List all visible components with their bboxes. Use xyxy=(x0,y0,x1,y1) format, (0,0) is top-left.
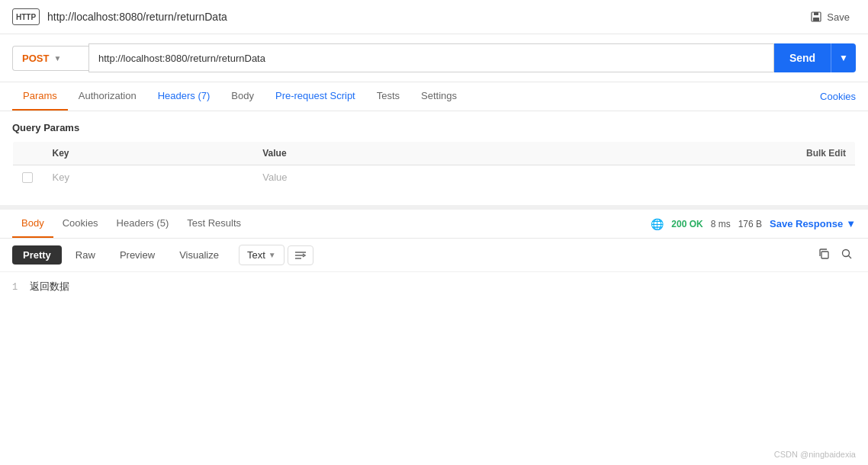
resp-tab-cookies[interactable]: Cookies xyxy=(53,210,108,238)
request-tabs: Params Authorization Headers (7) Body Pr… xyxy=(0,82,868,111)
save-label: Save xyxy=(827,11,850,23)
row-checkbox-cell xyxy=(13,165,43,190)
wrap-icon xyxy=(294,250,307,261)
chevron-down-icon: ▼ xyxy=(53,54,61,63)
tab-settings[interactable]: Settings xyxy=(410,82,468,111)
response-size: 176 B xyxy=(738,219,762,229)
top-bar: HTTP http://localhost:8080/return/return… xyxy=(0,0,868,34)
params-key-header: Key xyxy=(43,142,254,165)
resp-tab-body[interactable]: Body xyxy=(12,210,53,238)
params-table: Key Value Bulk Edit Key Value xyxy=(12,141,856,190)
tab-tests[interactable]: Tests xyxy=(366,82,410,111)
chevron-down-icon: ▼ xyxy=(268,251,276,259)
svg-rect-2 xyxy=(813,18,819,21)
response-time: 8 ms xyxy=(711,219,731,229)
svg-rect-6 xyxy=(821,252,828,258)
tab-headers[interactable]: Headers (7) xyxy=(147,82,221,111)
row-key-cell[interactable]: Key xyxy=(43,165,254,190)
svg-point-7 xyxy=(843,250,850,257)
send-button-group: Send ▼ xyxy=(774,43,856,72)
method-label: POST xyxy=(22,53,49,64)
watermark: CSDN @ningbaidexia xyxy=(774,450,856,459)
svg-line-8 xyxy=(849,256,852,259)
tab-pre-request-script[interactable]: Pre-request Script xyxy=(265,82,366,111)
row-value-cell[interactable]: Value xyxy=(253,165,509,190)
resp-tab-headers[interactable]: Headers (5) xyxy=(108,210,178,238)
cookies-link[interactable]: Cookies xyxy=(820,83,856,110)
wrap-button[interactable] xyxy=(288,245,313,265)
tab-authorization[interactable]: Authorization xyxy=(68,82,147,111)
response-section: Body Cookies Headers (5) Test Results 🌐 … xyxy=(0,210,868,301)
svg-rect-1 xyxy=(814,12,818,15)
search-icon xyxy=(841,248,853,260)
params-value-header: Value xyxy=(253,142,509,165)
search-button[interactable] xyxy=(837,245,856,265)
url-bar: POST ▼ Send ▼ xyxy=(0,34,868,82)
save-button[interactable]: Save xyxy=(804,8,856,26)
query-params-section: Query Params Key Value Bulk Edit Key Val… xyxy=(0,111,868,190)
row-checkbox[interactable] xyxy=(22,172,33,183)
save-response-button[interactable]: Save Response ▼ xyxy=(770,218,856,229)
fmt-tab-raw[interactable]: Raw xyxy=(65,245,106,265)
params-bulk-edit-header[interactable]: Bulk Edit xyxy=(509,142,856,165)
response-meta: 🌐 200 OK 8 ms 176 B Save Response ▼ xyxy=(651,218,856,230)
text-dropdown[interactable]: Text ▼ xyxy=(239,245,285,265)
tab-params[interactable]: Params xyxy=(12,82,68,111)
response-text: 返回数据 xyxy=(30,281,69,293)
tab-body[interactable]: Body xyxy=(220,82,265,111)
url-input[interactable] xyxy=(88,43,774,72)
fmt-tab-preview[interactable]: Preview xyxy=(109,245,166,265)
copy-icon xyxy=(818,248,830,260)
top-url: http://localhost:8080/return/returnData xyxy=(47,11,227,23)
format-bar-right xyxy=(815,245,856,265)
table-row: Key Value xyxy=(13,165,856,190)
params-checkbox-col-header xyxy=(13,142,43,165)
chevron-down-icon: ▼ xyxy=(846,218,856,229)
fmt-tab-visualize[interactable]: Visualize xyxy=(169,245,230,265)
copy-button[interactable] xyxy=(815,245,833,265)
line-number: 1 xyxy=(12,282,18,293)
status-badge: 200 OK xyxy=(671,219,702,229)
globe-icon: 🌐 xyxy=(651,218,664,230)
send-dropdown-button[interactable]: ▼ xyxy=(831,43,856,72)
save-icon xyxy=(810,11,822,23)
send-button[interactable]: Send xyxy=(774,43,831,72)
response-body: 1返回数据 xyxy=(0,272,868,301)
http-badge: HTTP xyxy=(12,8,40,25)
row-bulk-cell xyxy=(509,165,856,190)
text-dropdown-label: Text xyxy=(247,249,265,261)
top-bar-left: HTTP http://localhost:8080/return/return… xyxy=(12,8,227,25)
response-tabs-bar: Body Cookies Headers (5) Test Results 🌐 … xyxy=(0,210,868,239)
method-select[interactable]: POST ▼ xyxy=(12,46,88,71)
fmt-tab-pretty[interactable]: Pretty xyxy=(12,245,62,265)
format-bar: Pretty Raw Preview Visualize Text ▼ xyxy=(0,239,868,272)
resp-tab-test-results[interactable]: Test Results xyxy=(178,210,250,238)
query-params-title: Query Params xyxy=(12,122,856,133)
